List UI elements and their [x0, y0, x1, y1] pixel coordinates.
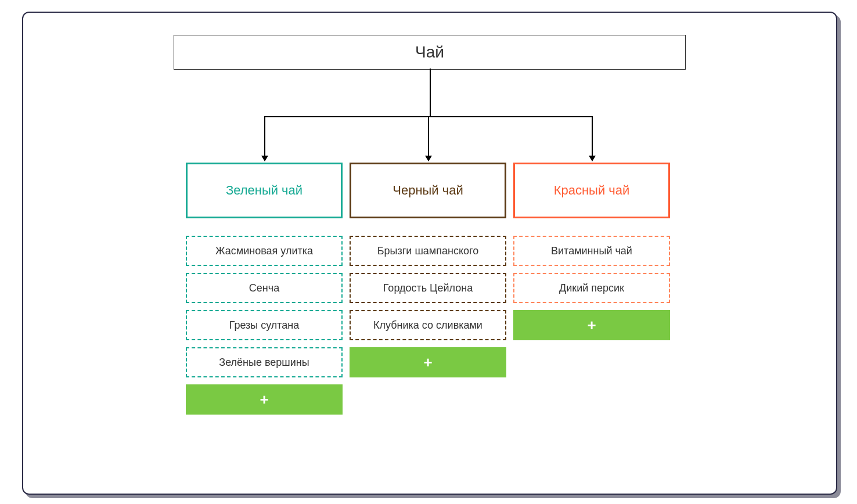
- item-label: Брызги шампанского: [377, 245, 478, 257]
- root-label: Чай: [415, 43, 444, 62]
- diagram-frame: Чай Зеленый чай Жасминовая улитка Сенча: [22, 12, 837, 495]
- connector-line: [592, 116, 593, 156]
- item-node[interactable]: Витаминный чай: [513, 236, 670, 266]
- item-node[interactable]: Брызги шампанского: [350, 236, 506, 266]
- item-node[interactable]: Дикий персик: [513, 273, 670, 303]
- root-node[interactable]: Чай: [174, 35, 686, 70]
- add-item-button[interactable]: +: [513, 310, 670, 340]
- item-list: Витаминный чай Дикий персик: [513, 236, 670, 303]
- item-node[interactable]: Гордость Цейлона: [350, 273, 506, 303]
- item-label: Грезы султана: [229, 319, 300, 332]
- item-node[interactable]: Клубника со сливками: [350, 310, 506, 340]
- item-node[interactable]: Жасминовая улитка: [186, 236, 343, 266]
- category-label: Черный чай: [393, 183, 463, 198]
- item-node[interactable]: Сенча: [186, 273, 343, 303]
- item-label: Зелёные вершины: [219, 357, 309, 369]
- category-node-red[interactable]: Красный чай: [513, 163, 670, 218]
- connector-line: [430, 69, 431, 116]
- category-label: Зеленый чай: [226, 183, 303, 198]
- category-node-green[interactable]: Зеленый чай: [186, 163, 343, 218]
- item-list: Жасминовая улитка Сенча Грезы султана Зе…: [186, 236, 343, 377]
- category-column-black: Черный чай Брызги шампанского Гордость Ц…: [350, 163, 506, 377]
- category-label: Красный чай: [554, 183, 630, 198]
- item-label: Гордость Цейлона: [383, 282, 473, 294]
- arrow-icon: [261, 156, 268, 161]
- item-label: Витаминный чай: [551, 245, 632, 257]
- plus-icon: +: [423, 355, 432, 370]
- diagram-canvas: Чай Зеленый чай Жасминовая улитка Сенча: [0, 0, 857, 504]
- item-label: Дикий персик: [559, 282, 624, 294]
- connector-line: [428, 116, 429, 156]
- item-node[interactable]: Грезы султана: [186, 310, 343, 340]
- plus-icon: +: [587, 318, 596, 333]
- category-column-green: Зеленый чай Жасминовая улитка Сенча Грез…: [186, 163, 343, 415]
- category-column-red: Красный чай Витаминный чай Дикий персик …: [513, 163, 670, 340]
- item-node[interactable]: Зелёные вершины: [186, 347, 343, 377]
- category-node-black[interactable]: Черный чай: [350, 163, 506, 218]
- arrow-icon: [589, 156, 596, 161]
- item-label: Сенча: [249, 282, 279, 294]
- item-list: Брызги шампанского Гордость Цейлона Клуб…: [350, 236, 506, 340]
- add-item-button[interactable]: +: [186, 384, 343, 415]
- plus-icon: +: [260, 392, 268, 407]
- add-item-button[interactable]: +: [350, 347, 506, 377]
- arrow-icon: [425, 156, 432, 161]
- item-label: Жасминовая улитка: [215, 245, 313, 257]
- connector-line: [264, 116, 265, 156]
- item-label: Клубника со сливками: [373, 319, 482, 332]
